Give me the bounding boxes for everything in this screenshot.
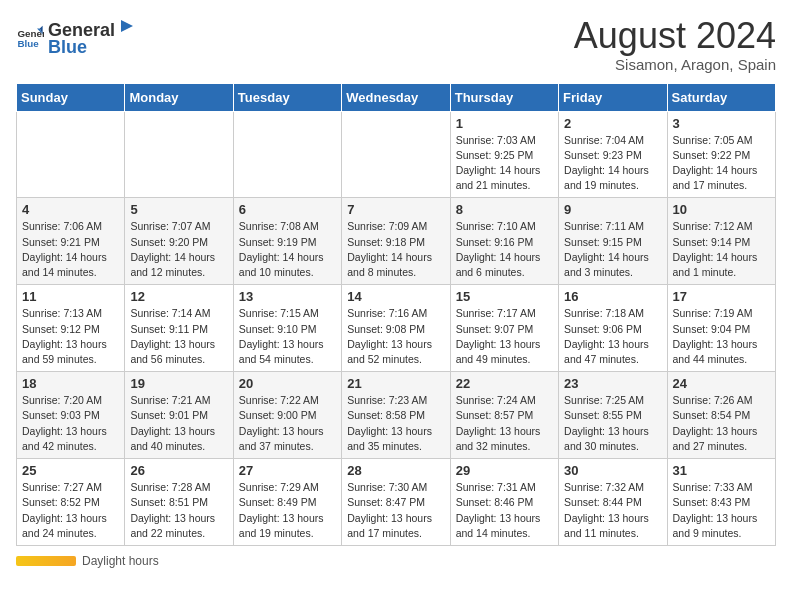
day-number: 4 — [22, 202, 119, 217]
logo: General Blue General Blue — [16, 16, 137, 58]
day-info: Sunrise: 7:27 AMSunset: 8:52 PMDaylight:… — [22, 480, 119, 541]
day-info: Sunrise: 7:10 AMSunset: 9:16 PMDaylight:… — [456, 219, 553, 280]
day-info: Sunrise: 7:09 AMSunset: 9:18 PMDaylight:… — [347, 219, 444, 280]
day-number: 3 — [673, 116, 770, 131]
day-number: 13 — [239, 289, 336, 304]
day-info: Sunrise: 7:23 AMSunset: 8:58 PMDaylight:… — [347, 393, 444, 454]
calendar-cell — [342, 111, 450, 198]
calendar-cell: 10Sunrise: 7:12 AMSunset: 9:14 PMDayligh… — [667, 198, 775, 285]
day-info: Sunrise: 7:29 AMSunset: 8:49 PMDaylight:… — [239, 480, 336, 541]
calendar-cell: 17Sunrise: 7:19 AMSunset: 9:04 PMDayligh… — [667, 285, 775, 372]
day-number: 28 — [347, 463, 444, 478]
page-title: August 2024 — [574, 16, 776, 56]
day-info: Sunrise: 7:14 AMSunset: 9:11 PMDaylight:… — [130, 306, 227, 367]
days-of-week-row: SundayMondayTuesdayWednesdayThursdayFrid… — [17, 83, 776, 111]
day-number: 11 — [22, 289, 119, 304]
day-header-wednesday: Wednesday — [342, 83, 450, 111]
day-info: Sunrise: 7:08 AMSunset: 9:19 PMDaylight:… — [239, 219, 336, 280]
logo-icon: General Blue — [16, 23, 44, 51]
day-number: 25 — [22, 463, 119, 478]
day-info: Sunrise: 7:05 AMSunset: 9:22 PMDaylight:… — [673, 133, 770, 194]
calendar-week-4: 18Sunrise: 7:20 AMSunset: 9:03 PMDayligh… — [17, 372, 776, 459]
calendar-cell: 9Sunrise: 7:11 AMSunset: 9:15 PMDaylight… — [559, 198, 667, 285]
calendar-cell — [17, 111, 125, 198]
calendar-cell: 25Sunrise: 7:27 AMSunset: 8:52 PMDayligh… — [17, 459, 125, 546]
day-info: Sunrise: 7:24 AMSunset: 8:57 PMDaylight:… — [456, 393, 553, 454]
svg-text:Blue: Blue — [17, 38, 39, 49]
logo-arrow-icon — [117, 16, 137, 36]
day-info: Sunrise: 7:25 AMSunset: 8:55 PMDaylight:… — [564, 393, 661, 454]
day-header-tuesday: Tuesday — [233, 83, 341, 111]
day-number: 27 — [239, 463, 336, 478]
day-info: Sunrise: 7:15 AMSunset: 9:10 PMDaylight:… — [239, 306, 336, 367]
day-info: Sunrise: 7:21 AMSunset: 9:01 PMDaylight:… — [130, 393, 227, 454]
day-number: 10 — [673, 202, 770, 217]
day-number: 29 — [456, 463, 553, 478]
calendar-cell: 5Sunrise: 7:07 AMSunset: 9:20 PMDaylight… — [125, 198, 233, 285]
calendar-cell: 21Sunrise: 7:23 AMSunset: 8:58 PMDayligh… — [342, 372, 450, 459]
calendar-cell: 24Sunrise: 7:26 AMSunset: 8:54 PMDayligh… — [667, 372, 775, 459]
calendar-cell: 13Sunrise: 7:15 AMSunset: 9:10 PMDayligh… — [233, 285, 341, 372]
day-number: 7 — [347, 202, 444, 217]
calendar-cell — [233, 111, 341, 198]
calendar-cell: 28Sunrise: 7:30 AMSunset: 8:47 PMDayligh… — [342, 459, 450, 546]
day-number: 16 — [564, 289, 661, 304]
day-info: Sunrise: 7:13 AMSunset: 9:12 PMDaylight:… — [22, 306, 119, 367]
day-info: Sunrise: 7:17 AMSunset: 9:07 PMDaylight:… — [456, 306, 553, 367]
day-number: 31 — [673, 463, 770, 478]
day-info: Sunrise: 7:19 AMSunset: 9:04 PMDaylight:… — [673, 306, 770, 367]
calendar-cell: 26Sunrise: 7:28 AMSunset: 8:51 PMDayligh… — [125, 459, 233, 546]
calendar-cell: 3Sunrise: 7:05 AMSunset: 9:22 PMDaylight… — [667, 111, 775, 198]
calendar-week-3: 11Sunrise: 7:13 AMSunset: 9:12 PMDayligh… — [17, 285, 776, 372]
day-number: 1 — [456, 116, 553, 131]
day-info: Sunrise: 7:06 AMSunset: 9:21 PMDaylight:… — [22, 219, 119, 280]
calendar-cell: 30Sunrise: 7:32 AMSunset: 8:44 PMDayligh… — [559, 459, 667, 546]
day-info: Sunrise: 7:31 AMSunset: 8:46 PMDaylight:… — [456, 480, 553, 541]
calendar-cell: 16Sunrise: 7:18 AMSunset: 9:06 PMDayligh… — [559, 285, 667, 372]
daylight-label: Daylight hours — [82, 554, 159, 568]
calendar-cell: 2Sunrise: 7:04 AMSunset: 9:23 PMDaylight… — [559, 111, 667, 198]
calendar-cell: 12Sunrise: 7:14 AMSunset: 9:11 PMDayligh… — [125, 285, 233, 372]
day-number: 20 — [239, 376, 336, 391]
day-info: Sunrise: 7:12 AMSunset: 9:14 PMDaylight:… — [673, 219, 770, 280]
calendar-cell: 23Sunrise: 7:25 AMSunset: 8:55 PMDayligh… — [559, 372, 667, 459]
day-info: Sunrise: 7:07 AMSunset: 9:20 PMDaylight:… — [130, 219, 227, 280]
calendar-cell: 31Sunrise: 7:33 AMSunset: 8:43 PMDayligh… — [667, 459, 775, 546]
day-header-monday: Monday — [125, 83, 233, 111]
day-number: 9 — [564, 202, 661, 217]
day-header-thursday: Thursday — [450, 83, 558, 111]
day-number: 8 — [456, 202, 553, 217]
day-info: Sunrise: 7:04 AMSunset: 9:23 PMDaylight:… — [564, 133, 661, 194]
day-header-friday: Friday — [559, 83, 667, 111]
day-info: Sunrise: 7:33 AMSunset: 8:43 PMDaylight:… — [673, 480, 770, 541]
calendar-header: SundayMondayTuesdayWednesdayThursdayFrid… — [17, 83, 776, 111]
calendar-cell: 6Sunrise: 7:08 AMSunset: 9:19 PMDaylight… — [233, 198, 341, 285]
calendar-cell: 14Sunrise: 7:16 AMSunset: 9:08 PMDayligh… — [342, 285, 450, 372]
calendar-cell: 7Sunrise: 7:09 AMSunset: 9:18 PMDaylight… — [342, 198, 450, 285]
day-header-saturday: Saturday — [667, 83, 775, 111]
calendar-cell: 11Sunrise: 7:13 AMSunset: 9:12 PMDayligh… — [17, 285, 125, 372]
day-info: Sunrise: 7:30 AMSunset: 8:47 PMDaylight:… — [347, 480, 444, 541]
calendar-cell: 19Sunrise: 7:21 AMSunset: 9:01 PMDayligh… — [125, 372, 233, 459]
calendar-cell: 20Sunrise: 7:22 AMSunset: 9:00 PMDayligh… — [233, 372, 341, 459]
day-info: Sunrise: 7:18 AMSunset: 9:06 PMDaylight:… — [564, 306, 661, 367]
day-number: 2 — [564, 116, 661, 131]
day-info: Sunrise: 7:11 AMSunset: 9:15 PMDaylight:… — [564, 219, 661, 280]
day-number: 24 — [673, 376, 770, 391]
day-info: Sunrise: 7:32 AMSunset: 8:44 PMDaylight:… — [564, 480, 661, 541]
day-info: Sunrise: 7:26 AMSunset: 8:54 PMDaylight:… — [673, 393, 770, 454]
day-number: 14 — [347, 289, 444, 304]
day-info: Sunrise: 7:22 AMSunset: 9:00 PMDaylight:… — [239, 393, 336, 454]
day-number: 19 — [130, 376, 227, 391]
day-number: 21 — [347, 376, 444, 391]
day-number: 26 — [130, 463, 227, 478]
calendar-week-5: 25Sunrise: 7:27 AMSunset: 8:52 PMDayligh… — [17, 459, 776, 546]
day-info: Sunrise: 7:03 AMSunset: 9:25 PMDaylight:… — [456, 133, 553, 194]
day-info: Sunrise: 7:20 AMSunset: 9:03 PMDaylight:… — [22, 393, 119, 454]
page-header: General Blue General Blue August 2024 Si… — [16, 16, 776, 73]
calendar-cell: 15Sunrise: 7:17 AMSunset: 9:07 PMDayligh… — [450, 285, 558, 372]
title-block: August 2024 Sisamon, Aragon, Spain — [574, 16, 776, 73]
calendar-week-2: 4Sunrise: 7:06 AMSunset: 9:21 PMDaylight… — [17, 198, 776, 285]
day-number: 30 — [564, 463, 661, 478]
calendar-body: 1Sunrise: 7:03 AMSunset: 9:25 PMDaylight… — [17, 111, 776, 545]
